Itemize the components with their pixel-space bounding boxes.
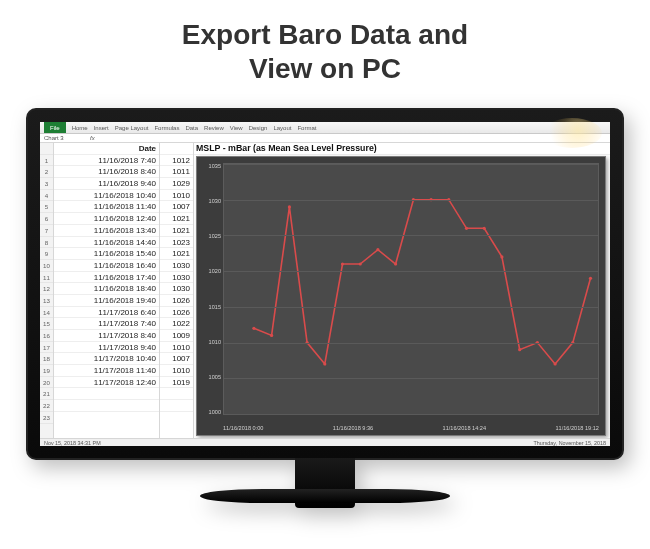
excel-window: File Home Insert Page Layout Formulas Da… xyxy=(40,122,610,446)
row-number[interactable]: 14 xyxy=(40,307,53,319)
cell-date[interactable]: 11/16/2018 10:40 xyxy=(54,190,159,202)
ribbon-tab[interactable]: Design xyxy=(249,125,268,131)
row-number[interactable]: 8 xyxy=(40,237,53,249)
row-number[interactable]: 19 xyxy=(40,365,53,377)
row-number[interactable]: 9 xyxy=(40,248,53,260)
ribbon-tab[interactable]: View xyxy=(230,125,243,131)
row-number[interactable]: 18 xyxy=(40,353,53,365)
cell-date[interactable]: 11/16/2018 13:40 xyxy=(54,225,159,237)
cell-date[interactable] xyxy=(54,388,159,400)
cell-date[interactable]: 11/16/2018 9:40 xyxy=(54,178,159,190)
cell-value[interactable]: 1021 xyxy=(160,225,193,237)
cell-date[interactable]: 11/16/2018 19:40 xyxy=(54,295,159,307)
cell-date[interactable]: 11/17/2018 9:40 xyxy=(54,342,159,354)
svg-point-8 xyxy=(394,262,397,265)
ribbon-file-tab[interactable]: File xyxy=(44,122,66,133)
row-number[interactable]: 11 xyxy=(40,272,53,284)
cell-value[interactable]: 1010 xyxy=(160,365,193,377)
row-number[interactable]: 23 xyxy=(40,412,53,424)
cell-date[interactable] xyxy=(54,400,159,412)
cell-value[interactable]: 1012 xyxy=(160,155,193,167)
cell-value[interactable]: 1030 xyxy=(160,260,193,272)
cell-date[interactable]: 11/16/2018 12:40 xyxy=(54,213,159,225)
cell-value[interactable] xyxy=(160,388,193,400)
chart-plot-area xyxy=(223,163,599,415)
cell-date[interactable]: 11/16/2018 14:40 xyxy=(54,237,159,249)
svg-point-14 xyxy=(500,255,503,258)
row-number[interactable]: 5 xyxy=(40,201,53,213)
cell-value[interactable]: 1021 xyxy=(160,248,193,260)
col-b-header xyxy=(160,143,193,155)
row-number[interactable]: 16 xyxy=(40,330,53,342)
cell-value[interactable]: 1030 xyxy=(160,283,193,295)
ribbon-tab[interactable]: Review xyxy=(204,125,224,131)
row-number[interactable]: 10 xyxy=(40,260,53,272)
row-number[interactable]: 12 xyxy=(40,283,53,295)
cell-date[interactable]: 11/16/2018 17:40 xyxy=(54,272,159,284)
ribbon-tab[interactable]: Data xyxy=(185,125,198,131)
row-number[interactable]: 3 xyxy=(40,178,53,190)
row-number[interactable]: 21 xyxy=(40,388,53,400)
row-number[interactable]: 22 xyxy=(40,400,53,412)
cell-value[interactable]: 1010 xyxy=(160,190,193,202)
cell-value[interactable]: 1023 xyxy=(160,237,193,249)
ribbon-tab[interactable]: Insert xyxy=(94,125,109,131)
cell-date[interactable]: 11/17/2018 10:40 xyxy=(54,353,159,365)
cell-date[interactable]: 11/16/2018 11:40 xyxy=(54,201,159,213)
cell-date[interactable]: 11/17/2018 7:40 xyxy=(54,318,159,330)
y-tick: 1020 xyxy=(199,268,221,274)
y-tick: 1030 xyxy=(199,198,221,204)
ribbon-tab[interactable]: Layout xyxy=(273,125,291,131)
name-box[interactable]: Chart 3 xyxy=(44,135,84,141)
row-number[interactable]: 7 xyxy=(40,225,53,237)
ribbon: File Home Insert Page Layout Formulas Da… xyxy=(40,122,610,134)
row-number[interactable]: 2 xyxy=(40,166,53,178)
cell-value[interactable]: 1019 xyxy=(160,377,193,389)
cell-date[interactable]: 11/16/2018 7:40 xyxy=(54,155,159,167)
embedded-chart[interactable]: 10351030102510201015101010051000 11/16/2… xyxy=(196,156,606,436)
headline-line-1: Export Baro Data and xyxy=(0,18,650,52)
cell-value[interactable]: 1009 xyxy=(160,330,193,342)
status-right: Thursday, November 15, 2018 xyxy=(534,440,606,446)
cell-value[interactable]: 1007 xyxy=(160,201,193,213)
gridline xyxy=(224,414,598,415)
cell-value[interactable]: 1026 xyxy=(160,295,193,307)
svg-point-1 xyxy=(270,334,273,337)
cell-value[interactable]: 1021 xyxy=(160,213,193,225)
fx-icon[interactable]: fx xyxy=(90,135,95,141)
row-number[interactable]: 4 xyxy=(40,190,53,202)
cell-value[interactable]: 1010 xyxy=(160,342,193,354)
svg-point-5 xyxy=(341,262,344,265)
cell-date[interactable]: 11/16/2018 18:40 xyxy=(54,283,159,295)
cell-date[interactable]: 11/16/2018 15:40 xyxy=(54,248,159,260)
ribbon-tab[interactable]: Page Layout xyxy=(115,125,149,131)
cell-date[interactable]: 11/16/2018 16:40 xyxy=(54,260,159,272)
row-number[interactable]: 6 xyxy=(40,213,53,225)
cell-value[interactable]: 1007 xyxy=(160,353,193,365)
row-number[interactable]: 17 xyxy=(40,342,53,354)
ribbon-tab[interactable]: Format xyxy=(297,125,316,131)
cell-date[interactable]: 11/16/2018 8:40 xyxy=(54,166,159,178)
svg-point-15 xyxy=(518,348,521,351)
gridline xyxy=(224,164,598,165)
row-number[interactable]: 1 xyxy=(40,155,53,167)
page-title: Export Baro Data and View on PC xyxy=(0,0,650,85)
cell-value[interactable]: 1022 xyxy=(160,318,193,330)
cell-date[interactable]: 11/17/2018 6:40 xyxy=(54,307,159,319)
cell-date[interactable]: 11/17/2018 12:40 xyxy=(54,377,159,389)
svg-point-7 xyxy=(376,248,379,251)
ribbon-tab[interactable]: Formulas xyxy=(154,125,179,131)
row-number[interactable]: 15 xyxy=(40,318,53,330)
cell-value[interactable]: 1026 xyxy=(160,307,193,319)
svg-point-12 xyxy=(465,227,468,230)
ribbon-tab[interactable]: Home xyxy=(72,125,88,131)
cell-value[interactable]: 1030 xyxy=(160,272,193,284)
svg-point-17 xyxy=(554,362,557,365)
cell-value[interactable]: 1011 xyxy=(160,166,193,178)
cell-date[interactable]: 11/17/2018 8:40 xyxy=(54,330,159,342)
row-number[interactable]: 13 xyxy=(40,295,53,307)
cell-date[interactable]: 11/17/2018 11:40 xyxy=(54,365,159,377)
cell-value[interactable] xyxy=(160,400,193,412)
row-number[interactable]: 20 xyxy=(40,377,53,389)
cell-value[interactable]: 1029 xyxy=(160,178,193,190)
